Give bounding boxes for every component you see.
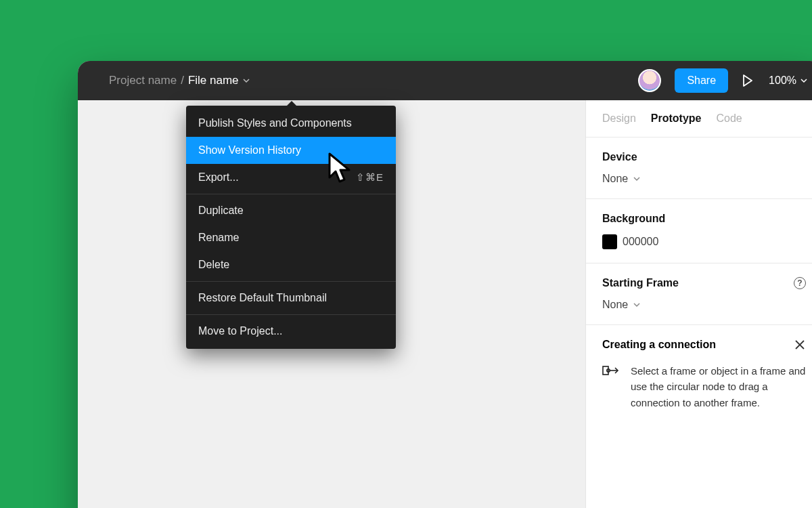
background-section: Background 000000: [586, 199, 812, 263]
chevron-down-icon: [243, 79, 250, 83]
play-icon[interactable]: [742, 74, 755, 87]
menu-item-version-history[interactable]: Show Version History: [186, 137, 396, 164]
menu-item-label: Show Version History: [198, 144, 301, 156]
zoom-dropdown[interactable]: 100%: [769, 75, 807, 87]
menu-item-restore-thumbnail[interactable]: Restore Default Thumbnail: [186, 284, 396, 312]
menu-item-rename[interactable]: Rename: [186, 224, 396, 251]
connection-text: Select a frame or object in a frame and …: [631, 363, 806, 410]
svg-rect-0: [603, 366, 608, 375]
color-swatch: [602, 234, 617, 249]
background-title: Background: [602, 213, 806, 225]
menu-item-duplicate[interactable]: Duplicate: [186, 197, 396, 224]
file-dropdown-menu: Publish Styles and Components Show Versi…: [186, 106, 396, 349]
menu-item-export[interactable]: Export... ⇧⌘E: [186, 164, 396, 191]
menu-item-label: Restore Default Thumbnail: [198, 292, 327, 304]
toolbar-right: Share 100%: [638, 68, 807, 93]
connection-hint: Creating a connection Select a frame or …: [586, 325, 812, 424]
device-select[interactable]: None: [602, 173, 806, 185]
starting-frame-section: Starting Frame ? None: [586, 263, 812, 325]
close-icon[interactable]: [794, 339, 806, 351]
menu-item-label: Move to Project...: [198, 325, 283, 337]
breadcrumb: Project name / File name: [109, 74, 250, 87]
tab-code[interactable]: Code: [716, 112, 742, 125]
connection-icon: [602, 363, 620, 381]
file-name-dropdown-trigger[interactable]: File name: [188, 74, 250, 87]
starting-frame-value: None: [602, 299, 628, 311]
help-icon[interactable]: ?: [794, 277, 806, 289]
right-panel: Design Prototype Code Device None Backgr…: [585, 100, 812, 508]
menu-item-delete[interactable]: Delete: [186, 251, 396, 278]
menu-item-shortcut: ⇧⌘E: [356, 171, 384, 184]
zoom-value: 100%: [769, 75, 796, 87]
tab-prototype[interactable]: Prototype: [651, 112, 702, 125]
breadcrumb-separator: /: [181, 74, 184, 87]
menu-item-label: Rename: [198, 232, 239, 244]
share-button[interactable]: Share: [675, 68, 728, 93]
menu-divider: [186, 314, 396, 315]
chevron-down-icon: [633, 303, 640, 308]
app-window: Project name / File name Share 100%: [78, 61, 812, 508]
chevron-down-icon: [800, 79, 807, 83]
panel-tabs: Design Prototype Code: [586, 100, 812, 137]
menu-divider: [186, 281, 396, 282]
chevron-down-icon: [633, 177, 640, 182]
menu-item-label: Duplicate: [198, 205, 244, 217]
menu-item-label: Publish Styles and Components: [198, 117, 352, 129]
menu-item-label: Export...: [198, 171, 239, 184]
background-color-control[interactable]: 000000: [602, 234, 806, 249]
device-value: None: [602, 173, 628, 185]
device-section: Device None: [586, 137, 812, 199]
project-name[interactable]: Project name: [109, 74, 177, 87]
file-name-label: File name: [188, 74, 239, 87]
toolbar: Project name / File name Share 100%: [78, 61, 812, 100]
avatar[interactable]: [638, 69, 661, 92]
background-value: 000000: [623, 236, 658, 248]
tab-design[interactable]: Design: [602, 112, 636, 125]
starting-frame-select[interactable]: None: [602, 299, 806, 311]
menu-divider: [186, 194, 396, 194]
menu-item-publish[interactable]: Publish Styles and Components: [186, 110, 396, 137]
starting-frame-title: Starting Frame: [602, 277, 679, 289]
menu-item-move-to-project[interactable]: Move to Project...: [186, 318, 396, 345]
device-title: Device: [602, 151, 806, 163]
connection-title: Creating a connection: [602, 339, 716, 351]
menu-item-label: Delete: [198, 259, 229, 271]
